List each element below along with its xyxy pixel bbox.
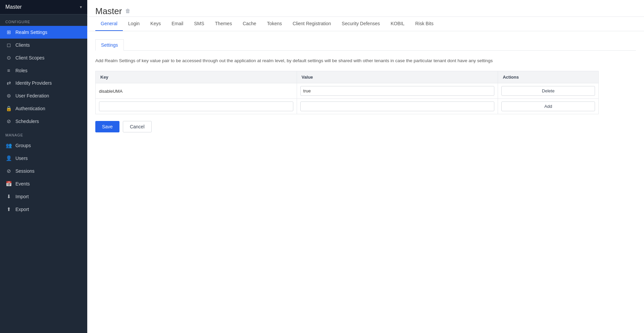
tab-sms[interactable]: SMS [189,17,209,31]
client-scopes-icon: ⊙ [5,55,12,61]
sidebar-item-label: Sessions [15,168,35,174]
tab-kobil[interactable]: KOBIL [385,17,410,31]
authentication-icon: 🔒 [5,106,12,112]
sidebar-item-label: Client Scopes [15,55,44,60]
sidebar-header[interactable]: Master ▾ [0,0,87,14]
tab-email[interactable]: Email [166,17,189,31]
sidebar-item-label: Schedulers [15,119,39,124]
tab-general[interactable]: General [95,17,123,31]
tab-risk-bits[interactable]: Risk Bits [410,17,439,31]
col-header-actions: Actions [498,71,599,83]
sidebar-item-client-scopes[interactable]: ⊙ Client Scopes [0,51,87,64]
sidebar-item-schedulers[interactable]: ⊘ Schedulers [0,115,87,128]
groups-icon: 👥 [5,142,12,149]
configure-section-label: Configure [0,14,87,26]
delete-button[interactable]: Delete [501,86,595,96]
sub-tab-settings[interactable]: Settings [95,39,124,51]
value-input[interactable] [300,86,495,96]
col-header-value: Value [297,71,498,83]
sidebar-item-clients[interactable]: ◻ Clients [0,39,87,51]
add-button[interactable]: Add [501,101,595,111]
value-cell [297,83,498,99]
settings-tab-bar: Settings [95,39,636,51]
col-header-key: Key [96,71,297,83]
realm-dropdown-chevron[interactable]: ▾ [80,5,82,9]
new-value-input[interactable] [300,101,495,111]
sidebar-item-import[interactable]: ⬇ Import [0,190,87,203]
sidebar: Master ▾ Configure ⊞ Realm Settings ◻ Cl… [0,0,87,333]
sidebar-item-users[interactable]: 👤 Users [0,152,87,165]
events-icon: 📅 [5,181,12,187]
sidebar-item-events[interactable]: 📅 Events [0,177,87,190]
users-icon: 👤 [5,155,12,161]
roles-icon: ≡ [5,68,12,73]
main-header: Master 🗑 [87,0,644,17]
settings-table: Key Value Actions disableUMA Delete [95,71,599,114]
tab-client-registration[interactable]: Client Registration [287,17,336,31]
table-row: disableUMA Delete [96,83,599,99]
sidebar-item-label: User Federation [15,93,49,98]
sidebar-item-label: Import [15,194,29,199]
sidebar-item-export[interactable]: ⬆ Export [0,203,87,216]
new-actions-cell: Add [498,99,599,114]
clients-icon: ◻ [5,42,12,48]
tab-tokens[interactable]: Tokens [262,17,287,31]
import-icon: ⬇ [5,194,12,200]
description-text: Add Realm Settings of key value pair to … [95,57,565,64]
new-table-row: Add [96,99,599,114]
tab-login[interactable]: Login [123,17,145,31]
schedulers-icon: ⊘ [5,118,12,124]
new-value-cell [297,99,498,114]
sidebar-item-label: Authentication [15,106,45,111]
cancel-button[interactable]: Cancel [123,121,152,132]
realm-name-label: Master [5,4,22,10]
sidebar-item-label: Roles [15,68,28,73]
sidebar-item-label: Export [15,207,29,212]
page-title: Master [95,6,122,16]
key-value: disableUMA [99,89,122,94]
tab-keys[interactable]: Keys [145,17,166,31]
delete-realm-icon[interactable]: 🗑 [125,8,131,14]
sidebar-item-label: Identity Providers [15,80,52,86]
tab-cache[interactable]: Cache [237,17,261,31]
user-federation-icon: ⊜ [5,93,12,99]
key-cell: disableUMA [96,83,297,99]
sidebar-item-realm-settings[interactable]: ⊞ Realm Settings [0,26,87,39]
actions-cell: Delete [498,83,599,99]
main-content: Master 🗑 General Login Keys Email SMS Th… [87,0,644,333]
sidebar-item-identity-providers[interactable]: ⇄ Identity Providers [0,77,87,89]
tab-themes[interactable]: Themes [210,17,238,31]
sidebar-item-sessions[interactable]: ⊘ Sessions [0,165,87,177]
new-key-cell [96,99,297,114]
identity-providers-icon: ⇄ [5,80,12,86]
tab-security-defenses[interactable]: Security Defenses [336,17,385,31]
sidebar-item-user-federation[interactable]: ⊜ User Federation [0,89,87,102]
sidebar-item-label: Groups [15,143,31,148]
realm-settings-icon: ⊞ [5,29,12,35]
sidebar-item-label: Realm Settings [15,30,47,35]
form-actions: Save Cancel [95,121,636,132]
sidebar-item-label: Events [15,181,30,186]
sidebar-item-label: Clients [15,42,30,48]
save-button[interactable]: Save [95,121,119,132]
content-area: Settings Add Realm Settings of key value… [87,31,644,333]
tab-bar: General Login Keys Email SMS Themes Cach… [87,17,644,31]
new-key-input[interactable] [99,101,293,111]
export-icon: ⬆ [5,206,12,212]
sidebar-item-authentication[interactable]: 🔒 Authentication [0,102,87,115]
sidebar-item-roles[interactable]: ≡ Roles [0,64,87,77]
sidebar-item-groups[interactable]: 👥 Groups [0,139,87,152]
sidebar-item-label: Users [15,156,28,161]
sessions-icon: ⊘ [5,168,12,174]
manage-section-label: Manage [0,128,87,139]
